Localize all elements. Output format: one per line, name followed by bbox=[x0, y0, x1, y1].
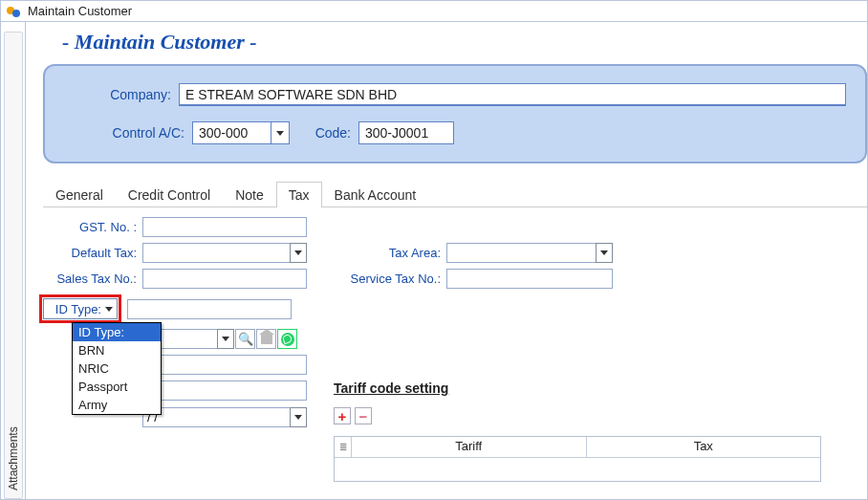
tab-tax[interactable]: Tax bbox=[276, 182, 322, 207]
tax-area-dropdown-button[interactable] bbox=[596, 243, 613, 263]
id-type-highlight: ID Type: bbox=[39, 294, 121, 323]
id-type-combo[interactable]: ID Type: bbox=[43, 298, 118, 319]
search-button[interactable]: 🔍 bbox=[235, 329, 255, 349]
extra-input-2[interactable] bbox=[142, 380, 307, 401]
id-type-combo-label: ID Type: bbox=[55, 302, 101, 316]
company-group: Company: Control A/C: Code: bbox=[43, 64, 867, 163]
default-tax-input[interactable] bbox=[142, 243, 290, 263]
id-type-option-army[interactable]: Army bbox=[73, 396, 161, 414]
id-type-dropdown-list[interactable]: ID Type: BRN NRIC Passport Army bbox=[72, 322, 162, 415]
tab-note[interactable]: Note bbox=[223, 182, 276, 207]
sales-tax-no-label: Sales Tax No.: bbox=[45, 272, 142, 286]
app-icon bbox=[7, 4, 22, 19]
home-button[interactable] bbox=[256, 329, 276, 349]
tariff-add-button[interactable]: + bbox=[334, 407, 351, 424]
service-tax-no-input[interactable] bbox=[446, 269, 613, 289]
chevron-down-icon bbox=[600, 250, 608, 255]
tariff-grid-header: ≣ Tariff Tax bbox=[335, 437, 820, 458]
control-ac-label: Control A/C: bbox=[102, 125, 184, 141]
gst-no-input[interactable] bbox=[142, 217, 307, 237]
tariff-grid[interactable]: ≣ Tariff Tax bbox=[334, 436, 821, 482]
home-icon bbox=[261, 335, 272, 344]
tab-credit-control[interactable]: Credit Control bbox=[116, 182, 223, 207]
lookup-dropdown-button[interactable] bbox=[217, 329, 234, 349]
whatsapp-button[interactable] bbox=[277, 329, 297, 349]
chevron-down-icon bbox=[276, 131, 284, 136]
extra-input-1[interactable] bbox=[142, 355, 307, 375]
tariff-toolbar: + − bbox=[334, 407, 372, 424]
default-tax-label: Default Tax: bbox=[45, 246, 142, 260]
tax-col-header[interactable]: Tax bbox=[587, 437, 821, 457]
id-type-option-idtype[interactable]: ID Type: bbox=[73, 323, 161, 341]
tariff-heading: Tariff code setting bbox=[334, 380, 865, 396]
main-panel: - Maintain Customer - Company: Control A… bbox=[26, 22, 867, 499]
tax-area-label: Tax Area: bbox=[334, 246, 446, 260]
code-label: Code: bbox=[307, 125, 351, 141]
control-ac-input[interactable] bbox=[192, 121, 271, 144]
code-input[interactable] bbox=[358, 121, 454, 144]
id-type-value-input[interactable] bbox=[127, 299, 292, 319]
chevron-down-icon bbox=[294, 250, 302, 255]
date-dropdown-button[interactable] bbox=[290, 407, 307, 427]
tax-form: GST. No. : Default Tax: Tax Area: Sales … bbox=[43, 207, 867, 491]
whatsapp-icon bbox=[281, 333, 294, 346]
date-input[interactable] bbox=[142, 407, 290, 427]
id-type-option-brn[interactable]: BRN bbox=[73, 341, 161, 359]
gst-no-label: GST. No. : bbox=[45, 220, 142, 234]
page-heading: - Maintain Customer - bbox=[62, 30, 867, 54]
side-tab-strip: Attachments bbox=[1, 22, 26, 499]
tax-area-combo[interactable] bbox=[446, 243, 613, 263]
tab-strip: General Credit Control Note Tax Bank Acc… bbox=[43, 181, 867, 207]
tax-area-input[interactable] bbox=[446, 243, 596, 263]
tariff-remove-button[interactable]: − bbox=[355, 407, 372, 424]
window-title: Maintain Customer bbox=[28, 4, 132, 18]
chevron-down-icon bbox=[294, 415, 302, 420]
sales-tax-no-input[interactable] bbox=[142, 269, 307, 289]
service-tax-no-label: Service Tax No.: bbox=[334, 272, 446, 286]
id-type-option-passport[interactable]: Passport bbox=[73, 378, 161, 396]
tab-general[interactable]: General bbox=[43, 182, 116, 207]
id-type-option-nric[interactable]: NRIC bbox=[73, 359, 161, 378]
chevron-down-icon bbox=[222, 337, 229, 341]
title-bar: Maintain Customer bbox=[1, 1, 867, 22]
default-tax-combo[interactable] bbox=[142, 243, 307, 263]
search-icon: 🔍 bbox=[238, 333, 253, 345]
default-tax-dropdown-button[interactable] bbox=[290, 243, 307, 263]
date-combo[interactable] bbox=[142, 407, 307, 427]
company-input[interactable] bbox=[179, 83, 846, 106]
control-ac-dropdown-button[interactable] bbox=[271, 121, 290, 144]
chevron-down-icon bbox=[105, 307, 113, 312]
tariff-col-header[interactable]: Tariff bbox=[352, 437, 587, 457]
tab-bank-account[interactable]: Bank Account bbox=[322, 182, 429, 207]
attachments-tab[interactable]: Attachments bbox=[4, 32, 23, 499]
company-label: Company: bbox=[102, 87, 171, 102]
control-ac-combo[interactable] bbox=[192, 121, 290, 144]
grid-corner-icon[interactable]: ≣ bbox=[335, 437, 352, 457]
content-area: Attachments - Maintain Customer - Compan… bbox=[1, 22, 867, 499]
